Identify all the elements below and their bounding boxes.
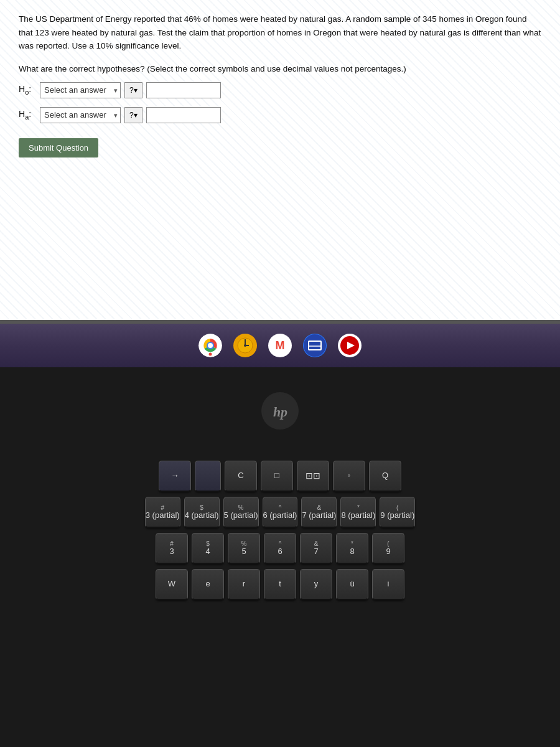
gmail-icon[interactable]: M — [268, 334, 292, 357]
keyboard-area: → C □ ⊡⊡ ◦ Q # 3 (partial) $ 4 (partial) — [0, 454, 560, 747]
submit-button[interactable]: Submit Question — [19, 138, 98, 157]
key-percent-5[interactable]: % 5 (partial) — [223, 497, 259, 528]
key-double-square[interactable]: ⊡⊡ — [297, 461, 329, 492]
ha-question-mark-btn[interactable]: ?▾ — [124, 107, 142, 123]
key-t[interactable]: t — [264, 569, 296, 600]
h0-row: Ho: Select an answer p = 0.46 p ≠ 0.46 p… — [19, 82, 541, 98]
key-square[interactable]: □ — [261, 461, 293, 492]
key-caret-6[interactable]: ^ 6 (partial) — [263, 497, 298, 528]
ha-select-wrapper: Select an answer p = 0.46 p ≠ 0.46 p > 0… — [40, 107, 121, 123]
key-hash-3[interactable]: # 3 (partial) — [145, 497, 180, 528]
h0-subscript: o — [25, 88, 29, 96]
key-w[interactable]: W — [156, 569, 188, 600]
svg-point-8 — [244, 344, 246, 347]
key-paren-9[interactable]: ( 9 (partial) — [380, 497, 415, 528]
youtube-icon[interactable] — [338, 334, 362, 357]
key-circle[interactable]: ◦ — [333, 461, 365, 492]
key-7[interactable]: & 7 — [300, 533, 332, 564]
key-q-search[interactable]: Q — [369, 461, 401, 492]
key-star-8[interactable]: * 8 (partial) — [340, 497, 376, 528]
h0-select[interactable]: Select an answer p = 0.46 p ≠ 0.46 p > 0… — [40, 82, 121, 98]
taskbar: M — [0, 324, 560, 367]
key-e[interactable]: e — [192, 569, 224, 600]
key-u[interactable]: ü — [336, 569, 368, 600]
screen-area: The US Department of Energy reported tha… — [0, 0, 560, 324]
h0-label: Ho: — [19, 84, 36, 96]
svg-point-2 — [208, 343, 213, 348]
h0-select-wrapper: Select an answer p = 0.46 p ≠ 0.46 p > 0… — [40, 82, 121, 98]
keyboard-row-special: → C □ ⊡⊡ ◦ Q — [12, 461, 548, 492]
ha-value-input[interactable] — [146, 107, 221, 123]
key-dot[interactable] — [195, 461, 221, 492]
screen-icon[interactable] — [303, 334, 327, 357]
svg-point-3 — [209, 353, 212, 356]
key-i[interactable]: i — [372, 569, 404, 600]
keyboard-row-letters: W e r t y ü i — [12, 569, 548, 600]
key-6[interactable]: ^ 6 — [264, 533, 296, 564]
key-dollar-4[interactable]: $ 4 (partial) — [184, 497, 220, 528]
key-8[interactable]: * 8 — [336, 533, 368, 564]
key-5[interactable]: % 5 — [228, 533, 260, 564]
key-r[interactable]: r — [228, 569, 260, 600]
svg-text:M: M — [276, 339, 285, 352]
content-box: The US Department of Energy reported tha… — [0, 0, 560, 320]
ha-subscript: a — [25, 113, 29, 121]
key-arrow-right[interactable]: → — [159, 461, 191, 492]
key-y[interactable]: y — [300, 569, 332, 600]
key-9[interactable]: ( 9 — [372, 533, 404, 564]
ha-select[interactable]: Select an answer p = 0.46 p ≠ 0.46 p > 0… — [40, 107, 121, 123]
svg-rect-11 — [304, 334, 326, 357]
ha-row: Ha: Select an answer p = 0.46 p ≠ 0.46 p… — [19, 107, 541, 123]
h0-question-mark-btn[interactable]: ?▾ — [124, 82, 142, 98]
ha-label: Ha: — [19, 109, 36, 121]
keyboard-row-symbols: # 3 (partial) $ 4 (partial) % 5 (partial… — [12, 497, 548, 528]
svg-text:hp: hp — [273, 404, 287, 420]
key-amp-7[interactable]: & 7 (partial) — [301, 497, 337, 528]
hypotheses-label: What are the correct hypotheses? (Select… — [19, 64, 541, 73]
question-text: The US Department of Energy reported tha… — [19, 12, 541, 53]
h0-value-input[interactable] — [146, 82, 221, 98]
hp-logo: hp — [261, 392, 299, 430]
key-c[interactable]: C — [225, 461, 257, 492]
yellow-icon[interactable] — [233, 334, 257, 357]
keyboard-row-numbers: # 3 $ 4 % 5 ^ 6 & 7 * 8 ( 9 — [12, 533, 548, 564]
key-3[interactable]: # 3 — [156, 533, 188, 564]
hp-area: hp — [0, 367, 560, 454]
key-4[interactable]: $ 4 — [192, 533, 224, 564]
chrome-icon[interactable] — [198, 334, 222, 357]
